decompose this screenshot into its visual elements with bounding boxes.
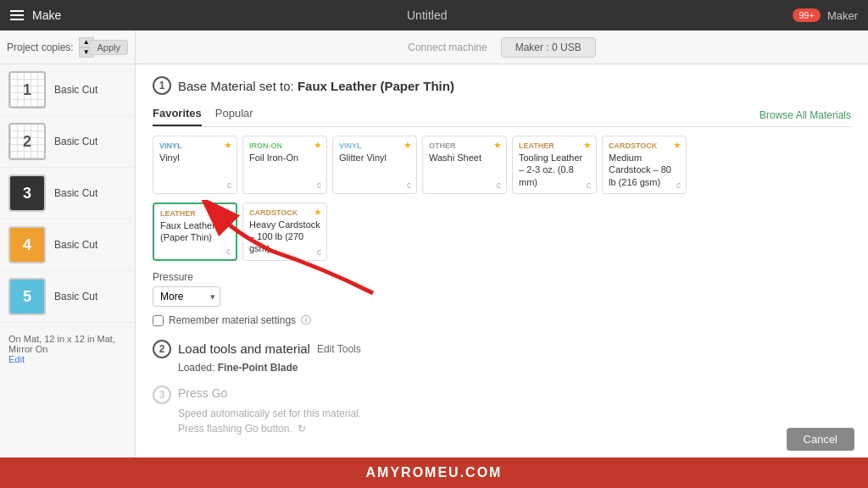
mat-card-glitter-vinyl[interactable]: Vinyl Glitter Vinyl ★ c [332,136,417,194]
mat-card-type-faux-leather: Leather [160,209,230,218]
pressure-label: Pressure [153,271,851,283]
copies-label: Project copies: [7,42,74,53]
c-label-glitter-vinyl: c [407,180,411,190]
top-bar-left: Make [10,8,61,22]
pressure-section: Pressure More Default Less Remember mate… [153,271,851,328]
star-icon-vinyl: ★ [224,140,232,151]
sidebar-item-3[interactable]: 3 Basic Cut [0,168,135,219]
tab-popular[interactable]: Popular [215,103,253,126]
star-icon-glitter-vinyl: ★ [403,140,412,151]
info-icon[interactable]: ⓘ [301,313,311,328]
mat-card-medium-cardstock[interactable]: Cardstock Medium Cardstock – 80 lb (216 … [602,136,687,194]
brand-text: AMYROMEU.COM [366,465,503,480]
section-1-material: Faux Leather (Paper Thin) [298,79,454,93]
c-label-faux-leather: c [226,247,231,256]
app-title: Make [32,8,61,22]
speed-text: Speed automatically set for this materia… [178,408,851,419]
document-title: Untitled [407,8,447,22]
section-3-header: 3 Press Go [153,385,851,404]
star-icon-heavy-cardstock: ★ [314,207,322,218]
star-icon-medium-cardstock: ★ [673,140,682,151]
mat-card-type-medium-cardstock: Cardstock [609,141,680,150]
sidebar-footer-text: On Mat, 12 in x 12 in Mat, Mirror On [8,334,115,354]
section-3-title: Press Go [178,386,227,400]
c-label-iron-on: c [317,180,321,190]
mat-card-name-iron-on: Foil Iron-On [249,152,320,164]
sidebar-item-label-1: Basic Cut [54,84,97,96]
sidebar: 1 Basic Cut 2 Basic Cut 3 Basic Cut [0,64,136,458]
top-bar-right: 99+ Maker [793,8,858,22]
sidebar-item-label-5: Basic Cut [54,291,97,302]
mat-card-tooling[interactable]: Leather Tooling Leather – 2-3 oz. (0.8 m… [512,136,597,194]
mat-card-name-washi: Washi Sheet [429,152,500,164]
mat-card-type-glitter-vinyl: Vinyl [339,141,410,150]
mat-card-name-vinyl: Vinyl [159,152,231,164]
c-label-washi: c [497,180,501,190]
step-1-circle: 1 [153,76,171,95]
pressure-select-wrapper: More Default Less [153,286,220,307]
sidebar-item-2[interactable]: 2 Basic Cut [0,116,135,168]
mat-card-name-glitter-vinyl: Glitter Vinyl [339,152,410,164]
star-icon-tooling: ★ [583,140,592,151]
main-area: 1 Basic Cut 2 Basic Cut 3 Basic Cut [0,64,868,458]
mat-card-heavy-cardstock[interactable]: Cardstock Heavy Cardstock – 100 lb (270 … [242,202,327,261]
sidebar-item-1[interactable]: 1 Basic Cut [0,64,135,116]
mat-card-name-heavy-cardstock: Heavy Cardstock – 100 lb (270 gsm) [249,219,320,255]
mat-thumbnail-3: 3 [8,175,46,212]
mat-card-vinyl[interactable]: Vinyl Vinyl ★ c [153,136,237,194]
sidebar-edit-link[interactable]: Edit [8,354,25,364]
section-2-header: 2 Load tools and material Edit Tools [153,340,851,358]
brand-bar: AMYROMEU.COM [0,458,868,488]
material-cards-row2: Leather Faux Leather (Paper Thin) c Card… [153,202,851,261]
mat-card-faux-leather[interactable]: Leather Faux Leather (Paper Thin) c [153,202,237,261]
c-label-vinyl: c [227,180,231,190]
cancel-button[interactable]: Cancel [787,428,854,451]
sidebar-footer: On Mat, 12 in x 12 in Mat, Mirror On Edi… [0,326,135,371]
apply-button[interactable]: Apply [89,40,128,55]
sidebar-item-4[interactable]: 4 Basic Cut [0,219,135,271]
mat-card-washi[interactable]: Other Washi Sheet ★ c [422,136,507,194]
loaded-tool: Fine-Point Blade [218,362,298,374]
sidebar-item-label-4: Basic Cut [54,239,97,251]
mat-card-type-tooling: Leather [519,141,590,150]
mat-card-name-medium-cardstock: Medium Cardstock – 80 lb (216 gsm) [609,152,680,188]
edit-tools-link[interactable]: Edit Tools [317,343,361,355]
browse-all-link[interactable]: Browse All Materials [760,109,851,121]
remember-checkbox-row: Remember material settings ⓘ [153,313,851,328]
mat-num-1: 1 [23,81,31,99]
mat-num-5: 5 [23,288,31,306]
step-3-circle: 3 [153,385,171,404]
notification-button[interactable]: 99+ [793,8,821,22]
tab-favorites[interactable]: Favorites [153,103,202,126]
c-label-tooling: c [587,180,591,190]
connect-label: Connect machine [408,42,487,53]
mat-card-type-vinyl: Vinyl [159,141,231,150]
connect-machine-button[interactable]: Maker : 0 USB [501,37,596,58]
material-cards-row1: Vinyl Vinyl ★ c Iron-On Foil Iron-On ★ c… [153,136,851,194]
section-2-title: Load tools and material [178,341,310,356]
mat-card-iron-on[interactable]: Iron-On Foil Iron-On ★ c [242,136,327,194]
c-label-heavy-cardstock: c [317,247,321,257]
sidebar-item-5[interactable]: 5 Basic Cut [0,271,135,323]
mat-card-type-heavy-cardstock: Cardstock [249,208,320,217]
mat-num-2: 2 [23,133,31,151]
top-bar: Make Untitled 99+ Maker [0,0,868,30]
section-1-header: 1 Base Material set to: Faux Leather (Pa… [153,76,851,95]
star-icon-iron-on: ★ [314,140,322,151]
content-area: 1 Base Material set to: Faux Leather (Pa… [136,64,868,458]
step-2-circle: 2 [153,340,171,358]
mat-thumbnail-2: 2 [8,123,46,160]
star-icon-washi: ★ [493,140,502,151]
section-2: 2 Load tools and material Edit Tools Loa… [153,340,851,374]
page-wrapper: Make Untitled 99+ Maker Project copies: … [0,0,868,488]
c-label-medium-cardstock: c [676,180,681,190]
mat-thumbnail-4: 4 [8,226,46,263]
menu-icon[interactable] [10,10,24,20]
remember-checkbox[interactable] [153,315,164,326]
mat-num-4: 4 [23,236,31,254]
section-1-title: Base Material set to: Faux Leather (Pape… [178,79,454,93]
pressure-select[interactable]: More Default Less [153,286,220,307]
mat-thumbnail-1: 1 [8,71,46,108]
mat-card-name-tooling: Tooling Leather – 2-3 oz. (0.8 mm) [519,152,590,188]
mat-card-type-iron-on: Iron-On [249,141,320,150]
